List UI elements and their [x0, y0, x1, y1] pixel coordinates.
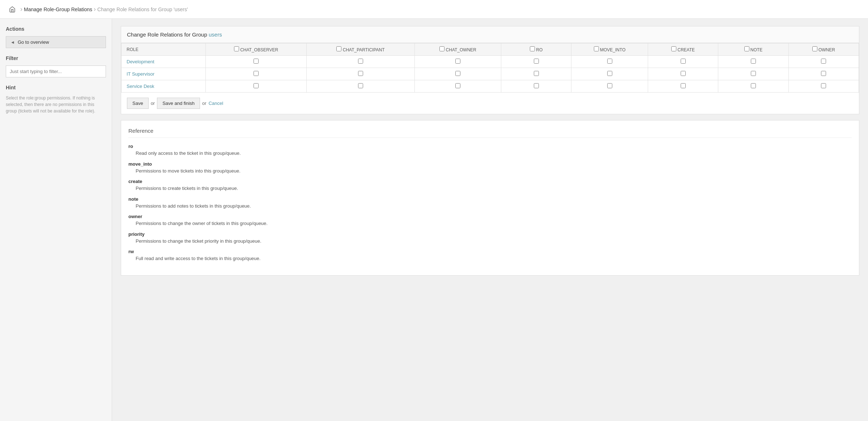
- breadcrumb-manage: Manage Role-Group Relations: [24, 7, 92, 12]
- reference-item-name: ro: [128, 144, 852, 149]
- checkbox-0-5[interactable]: [681, 59, 686, 64]
- reference-panel: Reference roRead only access to the tick…: [121, 120, 859, 276]
- group-name: users: [209, 31, 222, 38]
- checkbox-0-1[interactable]: [358, 59, 363, 64]
- select-all-chat-observer[interactable]: [234, 46, 239, 51]
- hint-title: Hint: [6, 85, 106, 90]
- cancel-button[interactable]: Cancel: [209, 101, 223, 106]
- reference-item-desc: Permissions to create tickets in this gr…: [136, 185, 852, 192]
- checkbox-1-7[interactable]: [821, 71, 826, 76]
- col-header-move-into: MOVE_INTO: [571, 43, 648, 56]
- permission-cell: [718, 56, 788, 68]
- select-all-owner[interactable]: [812, 46, 817, 51]
- col-header-role: ROLE: [122, 43, 206, 56]
- permission-cell: [571, 68, 648, 80]
- select-all-ro[interactable]: [530, 46, 535, 51]
- permissions-panel: Change Role Relations for Group users RO…: [121, 26, 859, 114]
- checkbox-2-6[interactable]: [751, 83, 756, 88]
- breadcrumb: › Manage Role-Group Relations › Change R…: [0, 0, 868, 19]
- col-header-ro: RO: [501, 43, 571, 56]
- reference-item: createPermissions to create tickets in t…: [128, 179, 852, 192]
- checkbox-2-7[interactable]: [821, 83, 826, 88]
- permission-cell: [788, 80, 859, 93]
- permission-cell: [571, 56, 648, 68]
- checkbox-1-3[interactable]: [534, 71, 539, 76]
- checkbox-2-3[interactable]: [534, 83, 539, 88]
- actions-title: Actions: [6, 26, 106, 32]
- checkbox-0-6[interactable]: [751, 59, 756, 64]
- checkbox-0-2[interactable]: [455, 59, 460, 64]
- checkbox-2-4[interactable]: [607, 83, 612, 88]
- filter-title: Filter: [6, 55, 106, 61]
- checkbox-1-5[interactable]: [681, 71, 686, 76]
- permission-cell: [788, 56, 859, 68]
- checkbox-1-2[interactable]: [455, 71, 460, 76]
- filter-section: Filter: [6, 55, 106, 77]
- checkbox-1-4[interactable]: [607, 71, 612, 76]
- reference-item-desc: Permissions to move tickets into this gr…: [136, 167, 852, 175]
- checkbox-2-5[interactable]: [681, 83, 686, 88]
- col-header-chat-owner: CHAT_OWNER: [415, 43, 501, 56]
- separator-1: or: [151, 101, 155, 106]
- panel-header: Change Role Relations for Group users: [121, 26, 859, 43]
- reference-item-desc: Permissions to add notes to tickets in t…: [136, 203, 852, 210]
- permission-cell: [306, 80, 415, 93]
- checkbox-0-0[interactable]: [254, 59, 259, 64]
- breadcrumb-arrow-2: ›: [94, 5, 96, 13]
- save-finish-button[interactable]: Save and finish: [157, 98, 200, 109]
- col-header-chat-participant: CHAT_PARTICIPANT: [306, 43, 415, 56]
- permission-cell: [415, 68, 501, 80]
- reference-item: move_intoPermissions to move tickets int…: [128, 161, 852, 175]
- checkbox-0-4[interactable]: [607, 59, 612, 64]
- role-link[interactable]: Development: [127, 59, 154, 64]
- reference-items: roRead only access to the ticket in this…: [128, 144, 852, 262]
- col-header-owner: OWNER: [788, 43, 859, 56]
- reference-item-desc: Read only access to the ticket in this g…: [136, 150, 852, 157]
- reference-item-name: move_into: [128, 161, 852, 167]
- filter-input[interactable]: [6, 65, 106, 77]
- table-wrapper: ROLE CHAT_OBSERVER CHAT_PARTICIPANT: [121, 43, 859, 93]
- permission-cell: [501, 56, 571, 68]
- reference-item-desc: Permissions to change the owner of ticke…: [136, 220, 852, 227]
- permission-cell: [501, 68, 571, 80]
- reference-title: Reference: [128, 128, 852, 138]
- sidebar: Actions ◄ Go to overview Filter Hint Sel…: [0, 19, 112, 421]
- checkbox-1-1[interactable]: [358, 71, 363, 76]
- role-cell: Service Desk: [122, 80, 206, 93]
- checkbox-0-3[interactable]: [534, 59, 539, 64]
- checkbox-0-7[interactable]: [821, 59, 826, 64]
- select-all-chat-owner[interactable]: [439, 46, 444, 51]
- permissions-table: ROLE CHAT_OBSERVER CHAT_PARTICIPANT: [121, 43, 859, 93]
- permission-cell: [206, 56, 306, 68]
- table-header-row: ROLE CHAT_OBSERVER CHAT_PARTICIPANT: [122, 43, 859, 56]
- col-header-note: NOTE: [718, 43, 788, 56]
- main-layout: Actions ◄ Go to overview Filter Hint Sel…: [0, 19, 868, 421]
- content-area: Change Role Relations for Group users RO…: [112, 19, 868, 421]
- reference-item: notePermissions to add notes to tickets …: [128, 196, 852, 210]
- role-link[interactable]: Service Desk: [127, 84, 154, 89]
- reference-item-name: owner: [128, 214, 852, 219]
- panel-title: Change Role Relations for Group users: [127, 31, 222, 38]
- checkbox-2-2[interactable]: [455, 83, 460, 88]
- home-icon[interactable]: [6, 3, 19, 16]
- checkbox-1-6[interactable]: [751, 71, 756, 76]
- table-row: IT Supervisor: [122, 68, 859, 80]
- col-header-create: CREATE: [648, 43, 718, 56]
- permission-cell: [718, 68, 788, 80]
- checkbox-2-1[interactable]: [358, 83, 363, 88]
- select-all-chat-participant[interactable]: [336, 46, 341, 51]
- checkbox-1-0[interactable]: [254, 71, 259, 76]
- select-all-create[interactable]: [671, 46, 676, 51]
- select-all-note[interactable]: [744, 46, 749, 51]
- permission-cell: [306, 68, 415, 80]
- save-button[interactable]: Save: [127, 98, 149, 109]
- hint-section: Hint Select the role:group permissions. …: [6, 85, 106, 114]
- checkbox-2-0[interactable]: [254, 83, 259, 88]
- hint-text: Select the role:group permissions. If no…: [6, 95, 106, 114]
- permission-cell: [415, 80, 501, 93]
- go-to-overview-label: Go to overview: [18, 39, 49, 45]
- reference-item-name: rw: [128, 249, 852, 254]
- go-to-overview-button[interactable]: ◄ Go to overview: [6, 36, 106, 48]
- select-all-move-into[interactable]: [594, 46, 599, 51]
- role-link[interactable]: IT Supervisor: [127, 71, 154, 77]
